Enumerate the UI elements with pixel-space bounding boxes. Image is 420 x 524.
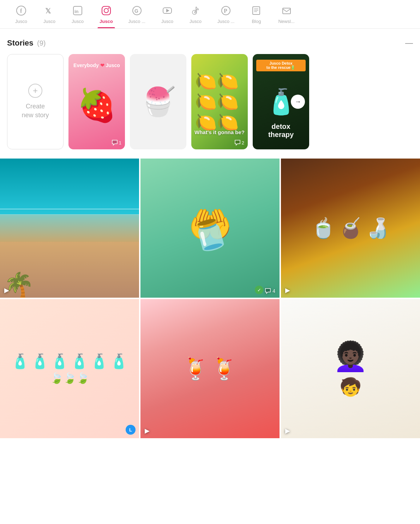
- juice-b2: 🧴: [31, 353, 49, 370]
- tab-pinterest-label: Jusco ...: [217, 19, 234, 24]
- family-emoji-2: 🧒: [340, 377, 361, 397]
- pinterest-icon: P: [221, 6, 231, 17]
- lemon-comment-badge: 2: [234, 139, 244, 146]
- smoothies-bg: 🍵 🧉 🍶: [281, 159, 420, 298]
- story-card-blueberry[interactable]: 🍧: [130, 54, 186, 149]
- post-family[interactable]: 👩🏿‍🦱 🧒 ▶: [281, 299, 420, 438]
- lemon-bg: 🍋🍋🍋🍋🍋🍋 What's it gonna be?: [191, 54, 248, 149]
- post-bottle[interactable]: 🤲 🫙 ✓ 4: [140, 159, 280, 298]
- tiktok-icon: [191, 6, 200, 17]
- juice-bottles-bg: 🧴 🧴 🧴 🧴 🧴 🧴 🍃🍃🍃: [0, 299, 139, 438]
- family-play-icon: ▶: [285, 427, 290, 435]
- tab-blog-label: Blog: [252, 19, 261, 24]
- tab-facebook-label: Jusco: [15, 19, 27, 24]
- juice-b1: 🧴: [11, 353, 29, 370]
- svg-text:P: P: [224, 8, 227, 14]
- detox-bg: Jusco Detox to the rescue🔋 🧴 detoxtherap…: [253, 54, 309, 149]
- blueberry-bg: 🍧: [130, 54, 186, 149]
- stories-section: Stories (9) — + Create new story Everybo…: [0, 29, 420, 159]
- tab-pinterest[interactable]: P Jusco ...: [210, 0, 242, 28]
- juice-b5: 🧴: [90, 353, 108, 370]
- svg-marker-11: [166, 9, 169, 12]
- post-juice-bottles[interactable]: 🧴 🧴 🧴 🧴 🧴 🧴 🍃🍃🍃 L: [0, 299, 139, 438]
- tab-newsletter-label: Newsl...: [278, 19, 294, 24]
- family-emoji-1: 👩🏿‍🦱: [333, 340, 368, 373]
- whats-gonna-text: What's it gonna be?: [191, 129, 248, 135]
- create-story-card[interactable]: + Create new story: [7, 54, 64, 149]
- post-smoothies[interactable]: 🍵 🧉 🍶 ▶: [281, 159, 420, 298]
- svg-rect-5: [102, 6, 110, 15]
- platform-nav: f Jusco 𝕏 Jusco in Jusco: [0, 0, 420, 29]
- stories-collapse-button[interactable]: —: [405, 38, 413, 48]
- tab-instagram-label: Jusco: [100, 19, 113, 24]
- sand-bottom: 🌴: [0, 242, 139, 298]
- stories-count: (9): [37, 39, 46, 47]
- google-icon: G: [132, 6, 142, 17]
- red-drinks-bg: 🍹 🍹: [140, 299, 280, 438]
- juice-b3: 🧴: [51, 353, 68, 370]
- beach-bg: 🌴: [0, 159, 139, 298]
- tab-twitter[interactable]: 𝕏 Jusco: [35, 0, 64, 28]
- shoreline: [0, 214, 139, 242]
- detox-arrow[interactable]: →: [291, 95, 305, 109]
- bottles-container: 🧴 🧴 🧴 🧴 🧴 🧴 🍃🍃🍃: [0, 346, 139, 391]
- smoothie-2: 🧉: [338, 217, 363, 240]
- strawberry-emoji: 🍓: [77, 87, 116, 124]
- posts-grid: 🌴 ▶ 🤲 🫙 ✓ 4 🍵 🧉 🍶 ▶: [0, 159, 420, 440]
- red-drink-1: 🍹: [182, 356, 209, 381]
- bowl-emoji: 🍧: [140, 85, 176, 118]
- instagram-icon: [101, 6, 111, 17]
- strawberry-comment-count: 1: [119, 140, 121, 145]
- newsletter-icon: [282, 6, 292, 17]
- smoothie-1: 🍵: [311, 217, 336, 240]
- tab-tiktok[interactable]: Jusco: [181, 0, 210, 28]
- bottle-bg: 🤲 🫙: [140, 159, 280, 298]
- post-beach[interactable]: 🌴 ▶: [0, 159, 139, 298]
- beach-play-icon: ▶: [4, 286, 9, 294]
- stories-header: Stories (9) —: [7, 38, 413, 48]
- story-card-detox[interactable]: Jusco Detox to the rescue🔋 🧴 detoxtherap…: [253, 54, 309, 149]
- family-content: 👩🏿‍🦱 🧒: [333, 299, 368, 438]
- post-red-drinks[interactable]: 🍹 🍹 ▶: [140, 299, 280, 438]
- ocean-top: [0, 159, 139, 214]
- juice-label-badge: L: [126, 425, 136, 435]
- tab-linkedin-label: Jusco: [72, 19, 84, 24]
- tab-newsletter[interactable]: Newsl...: [270, 0, 302, 28]
- bottle-emoji-large: 🫙: [189, 215, 232, 256]
- strawberry-bg: Everybody ❤ Jusco 🍓: [68, 54, 125, 149]
- facebook-icon: f: [16, 6, 26, 17]
- tab-google[interactable]: G Jusco ...: [121, 0, 153, 28]
- story-card-lemon[interactable]: 🍋🍋🍋🍋🍋🍋 What's it gonna be? 2: [191, 54, 248, 149]
- tab-youtube[interactable]: Jusco: [153, 0, 181, 28]
- linkedin-icon: in: [73, 6, 83, 17]
- tab-tiktok-label: Jusco: [190, 19, 202, 24]
- smoothies-play-icon: ▶: [285, 286, 290, 294]
- juice-b6: 🧴: [110, 353, 128, 370]
- svg-text:𝕏: 𝕏: [45, 7, 51, 15]
- svg-text:in: in: [74, 9, 79, 14]
- tab-instagram[interactable]: Jusco: [92, 0, 121, 28]
- bottle-overlay: 🫙: [140, 159, 280, 298]
- everybody-text: Everybody ❤ Jusco: [68, 62, 125, 68]
- create-icon: +: [28, 84, 42, 98]
- tab-facebook[interactable]: f Jusco: [7, 0, 35, 28]
- smoothie-3: 🍶: [366, 217, 390, 240]
- detox-text-overlay: detoxtherapy: [253, 123, 309, 139]
- bottle-comment-count: 4: [272, 288, 275, 294]
- svg-point-6: [104, 8, 108, 13]
- wave-2: [0, 214, 139, 215]
- stories-strip: + Create new story Everybody ❤ Jusco 🍓 1…: [7, 54, 413, 151]
- tab-blog[interactable]: Blog: [242, 0, 270, 28]
- tab-linkedin[interactable]: in Jusco: [64, 0, 92, 28]
- stories-title-group: Stories (9): [7, 38, 46, 48]
- wave-1: [0, 209, 139, 209]
- red-drink-2: 🍹: [211, 356, 238, 381]
- story-card-strawberry[interactable]: Everybody ❤ Jusco 🍓 1: [68, 54, 125, 149]
- lemon-emojis: 🍋🍋🍋🍋🍋🍋: [191, 67, 248, 136]
- bottle-check-badge: ✓: [255, 286, 263, 294]
- svg-rect-14: [253, 7, 260, 14]
- blog-icon: [251, 6, 261, 17]
- create-story-label: Create new story: [22, 102, 49, 120]
- svg-text:G: G: [134, 8, 138, 14]
- tab-google-label: Jusco ...: [128, 19, 145, 24]
